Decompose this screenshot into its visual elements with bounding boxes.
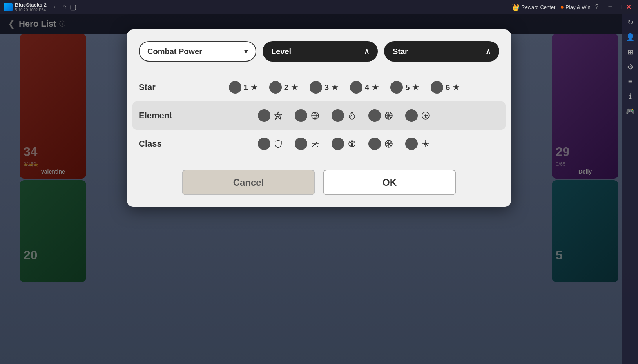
element-1-item[interactable] xyxy=(258,109,284,122)
class-5-item[interactable] xyxy=(405,138,431,150)
element-items xyxy=(190,109,499,122)
grid-icon[interactable]: ⊞ xyxy=(627,48,633,56)
star-3-dot xyxy=(310,81,322,94)
back-icon[interactable]: ← xyxy=(52,3,59,11)
filter-modal: Combat Power ▾ Level ∧ Star ∧ Star 1 ★ 2… xyxy=(127,29,511,207)
titlebar-right: 👑 Reward Center ● Play & Win ? − □ ✕ xyxy=(507,3,638,11)
element-5-icon xyxy=(420,110,431,121)
refresh-icon[interactable]: ↻ xyxy=(627,18,633,27)
star-1-item[interactable]: 1 ★ xyxy=(229,81,258,94)
star-section: Star 1 ★ 2 ★ 3 ★ 4 ★ xyxy=(139,73,499,101)
crown-icon: 👑 xyxy=(512,4,520,11)
element-4-icon xyxy=(383,110,394,121)
class-5-dot xyxy=(405,138,418,150)
star-filter[interactable]: Star ∧ xyxy=(384,41,499,62)
filter-row: Combat Power ▾ Level ∧ Star ∧ xyxy=(139,41,499,62)
bluestacks-logo xyxy=(4,3,13,11)
star-5-item[interactable]: 5 ★ xyxy=(390,81,420,94)
minimize-button[interactable]: − xyxy=(607,3,614,11)
element-5-dot xyxy=(405,109,418,122)
star-filter-label: Star xyxy=(393,47,408,56)
class-4-mage-icon xyxy=(383,138,394,149)
star-3-icon: ★ xyxy=(331,82,339,92)
ok-button[interactable]: OK xyxy=(323,170,456,195)
level-label: Level xyxy=(271,47,291,56)
star-section-label: Star xyxy=(139,82,190,92)
nav-buttons: ← ⌂ ▢ xyxy=(52,3,76,11)
star-4-dot xyxy=(350,81,362,94)
star-1-number: 1 xyxy=(244,83,248,92)
class-4-dot xyxy=(368,138,381,150)
star-6-item[interactable]: 6 ★ xyxy=(431,81,460,94)
star-3-item[interactable]: 3 ★ xyxy=(310,81,339,94)
star-5-dot xyxy=(390,81,403,94)
gamepad-icon[interactable]: 🎮 xyxy=(626,107,634,116)
element-section: Element xyxy=(132,101,506,130)
right-sidebar: ↻ 👤 ⊞ ⚙ ≡ ℹ 🎮 xyxy=(622,14,638,364)
star-4-number: 4 xyxy=(365,83,369,92)
home-icon[interactable]: ⌂ xyxy=(62,3,67,11)
cancel-button[interactable]: Cancel xyxy=(182,170,315,195)
star-4-icon: ★ xyxy=(372,82,379,92)
class-1-dot xyxy=(258,138,270,150)
svg-point-14 xyxy=(351,143,353,145)
class-section-label: Class xyxy=(139,139,190,149)
star-5-icon: ★ xyxy=(412,82,420,92)
star-4-item[interactable]: 4 ★ xyxy=(350,81,379,94)
star-2-icon: ★ xyxy=(291,82,299,92)
element-2-icon xyxy=(310,110,321,121)
element-2-item[interactable] xyxy=(295,109,321,122)
star-1-icon: ★ xyxy=(250,82,258,92)
star-6-number: 6 xyxy=(446,83,450,92)
element-3-icon xyxy=(346,110,357,121)
star-5-number: 5 xyxy=(405,83,410,92)
info-icon[interactable]: ℹ xyxy=(629,92,632,101)
play-dot-icon: ● xyxy=(560,4,564,11)
combat-power-filter[interactable]: Combat Power ▾ xyxy=(139,41,256,62)
star-6-icon: ★ xyxy=(452,82,460,92)
settings-icon[interactable]: ⚙ xyxy=(627,63,633,71)
user-icon[interactable]: 👤 xyxy=(626,33,634,42)
element-4-item[interactable] xyxy=(368,109,394,122)
class-3-archer-icon xyxy=(346,138,357,149)
maximize-button[interactable]: □ xyxy=(615,3,623,11)
close-button[interactable]: ✕ xyxy=(624,3,633,11)
class-4-item[interactable] xyxy=(368,138,394,150)
star-2-number: 2 xyxy=(284,83,288,92)
star-2-dot xyxy=(269,81,282,94)
chevron-up-icon: ∧ xyxy=(486,47,491,56)
window-controls: − □ ✕ xyxy=(607,3,633,11)
class-section: Class xyxy=(139,130,499,158)
list-icon[interactable]: ≡ xyxy=(628,78,633,86)
element-3-item[interactable] xyxy=(332,109,357,122)
class-2-item[interactable] xyxy=(295,138,321,150)
star-2-item[interactable]: 2 ★ xyxy=(269,81,299,94)
svg-point-8 xyxy=(425,115,426,116)
titlebar: BlueStacks 2 5.10.20.1002 P64 ← ⌂ ▢ 👑 Re… xyxy=(0,0,638,14)
class-3-item[interactable] xyxy=(332,138,357,150)
level-filter[interactable]: Level ∧ xyxy=(263,41,378,62)
class-2-cross-icon xyxy=(310,138,321,149)
help-icon[interactable]: ? xyxy=(595,4,599,11)
class-items xyxy=(190,138,499,150)
titlebar-left: BlueStacks 2 5.10.20.1002 P64 ← ⌂ ▢ xyxy=(0,2,80,12)
reward-center-button[interactable]: 👑 Reward Center xyxy=(512,4,555,11)
element-1-icon xyxy=(273,110,284,121)
chevron-up-icon: ∧ xyxy=(364,47,369,56)
window-icon[interactable]: ▢ xyxy=(70,3,76,11)
element-4-dot xyxy=(368,109,381,122)
star-6-dot xyxy=(431,81,443,94)
element-1-dot xyxy=(258,109,270,122)
app-name: BlueStacks 2 5.10.20.1002 P64 xyxy=(15,2,47,12)
element-section-label: Element xyxy=(139,110,190,121)
element-3-dot xyxy=(332,109,344,122)
play-win-button[interactable]: ● Play & Win xyxy=(560,4,590,11)
element-5-item[interactable] xyxy=(405,109,431,122)
star-1-dot xyxy=(229,81,241,94)
element-2-dot xyxy=(295,109,307,122)
chevron-down-icon: ▾ xyxy=(244,47,248,56)
svg-point-0 xyxy=(277,114,279,117)
star-3-number: 3 xyxy=(324,83,329,92)
class-1-item[interactable] xyxy=(258,138,284,150)
modal-buttons: Cancel OK xyxy=(139,170,499,195)
